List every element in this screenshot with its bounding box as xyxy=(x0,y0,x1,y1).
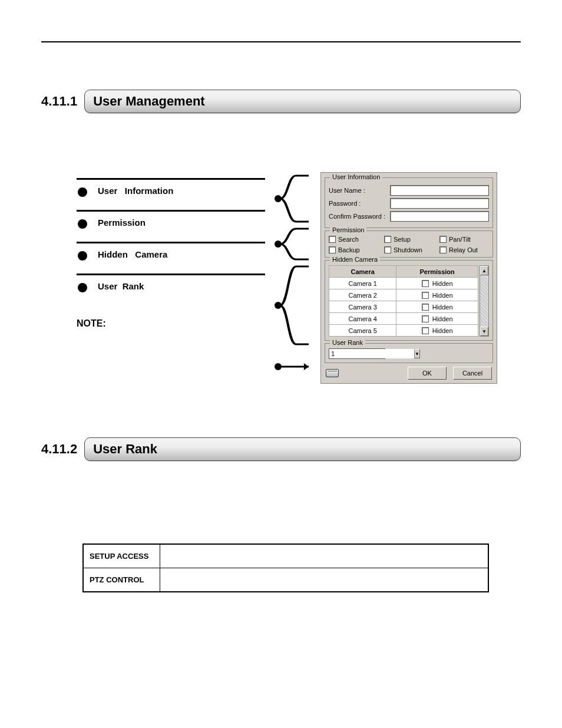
feature-label: User Rank xyxy=(98,281,144,291)
table-row: PTZ CONTROL xyxy=(83,568,488,592)
bullet-icon xyxy=(275,302,282,309)
cancel-button[interactable]: Cancel xyxy=(453,367,492,380)
checkbox-label: Pan/Tilt xyxy=(449,236,471,243)
ok-button[interactable]: OK xyxy=(408,367,447,380)
checkbox-icon xyxy=(439,246,447,253)
user-rank-select[interactable]: ▼ xyxy=(329,348,385,359)
camera-name: Camera 1 xyxy=(329,278,396,289)
section-title: User Management xyxy=(84,90,521,113)
checkbox-label: Shutdown xyxy=(394,246,422,253)
section-title: User Rank xyxy=(84,437,521,461)
scroll-down-icon[interactable]: ▼ xyxy=(480,327,488,336)
hidden-label: Hidden xyxy=(432,280,453,287)
confirm-password-field[interactable] xyxy=(390,211,489,222)
feature-label: Permission xyxy=(98,218,146,228)
row-value xyxy=(160,544,488,568)
bullet-icon xyxy=(78,251,87,261)
checkbox-relayout[interactable]: Relay Out xyxy=(439,246,489,253)
feature-permission: Permission xyxy=(77,210,265,242)
row-value xyxy=(160,568,488,592)
group-permission: Permission Search Setup Pan/Tilt Backup … xyxy=(325,230,493,258)
brace-user-rank xyxy=(277,349,309,384)
row-label-setup-access: SETUP ACCESS xyxy=(83,544,160,568)
table-row: Camera 3 Hidden xyxy=(329,301,478,313)
group-title: Hidden Camera xyxy=(330,256,380,263)
hidden-checkbox[interactable] xyxy=(422,304,429,311)
checkbox-label: Backup xyxy=(338,246,360,253)
row-label-ptz-control: PTZ CONTROL xyxy=(83,568,160,592)
col-camera: Camera xyxy=(329,266,396,278)
username-field[interactable] xyxy=(390,185,489,196)
group-title: User Rank xyxy=(330,339,365,346)
user-rank-value[interactable] xyxy=(329,349,414,358)
group-user-information: User Information User Name : Password : … xyxy=(325,177,493,228)
scroll-track[interactable] xyxy=(480,275,488,327)
hidden-label: Hidden xyxy=(432,315,453,322)
feature-label: Hidden Camera xyxy=(98,249,167,259)
group-user-rank: User Rank ▼ xyxy=(325,343,493,363)
label-password: Password : xyxy=(329,200,386,207)
checkbox-setup[interactable]: Setup xyxy=(384,236,434,243)
hidden-label: Hidden xyxy=(432,304,453,311)
checkbox-icon xyxy=(329,236,336,243)
camera-name: Camera 5 xyxy=(329,325,396,337)
note-label: NOTE: xyxy=(77,318,265,329)
table-row: Camera 4 Hidden xyxy=(329,313,478,325)
hidden-camera-table: Camera Permission Camera 1 Hidden Camera… xyxy=(329,265,478,337)
connector-braces xyxy=(277,172,309,384)
group-title: Permission xyxy=(330,226,366,233)
header-rule xyxy=(41,41,521,42)
checkbox-pantilt[interactable]: Pan/Tilt xyxy=(439,236,489,243)
section-number: 4.11.1 xyxy=(41,94,77,109)
scroll-up-icon[interactable]: ▲ xyxy=(480,266,488,275)
hidden-label: Hidden xyxy=(432,327,453,334)
camera-name: Camera 3 xyxy=(329,301,396,313)
table-row: Camera 5 Hidden xyxy=(329,325,478,337)
bullet-icon xyxy=(78,283,87,292)
bullet-icon xyxy=(275,195,282,202)
user-management-dialog: User Information User Name : Password : … xyxy=(320,172,497,384)
table-scrollbar[interactable]: ▲ ▼ xyxy=(480,265,489,337)
brace-permission xyxy=(277,226,309,262)
user-rank-table: SETUP ACCESS PTZ CONTROL xyxy=(82,543,489,592)
checkbox-backup[interactable]: Backup xyxy=(329,246,378,253)
label-username: User Name : xyxy=(329,187,386,194)
keyboard-icon[interactable] xyxy=(326,369,339,377)
table-row: Camera 1 Hidden xyxy=(329,278,478,289)
checkbox-label: Relay Out xyxy=(449,246,478,253)
camera-name: Camera 4 xyxy=(329,313,396,325)
bullet-icon xyxy=(275,363,282,370)
password-field[interactable] xyxy=(390,198,489,209)
feature-hidden-camera: Hidden Camera xyxy=(77,242,265,274)
hidden-checkbox[interactable] xyxy=(422,280,429,287)
section-heading-4-11-2: 4.11.2 User Rank xyxy=(41,437,521,461)
hidden-label: Hidden xyxy=(432,292,453,299)
checkbox-search[interactable]: Search xyxy=(329,236,378,243)
hidden-checkbox[interactable] xyxy=(422,315,429,322)
checkbox-shutdown[interactable]: Shutdown xyxy=(384,246,434,253)
section-heading-4-11-1: 4.11.1 User Management xyxy=(41,90,521,113)
table-row: Camera 2 Hidden xyxy=(329,289,478,301)
table-row: SETUP ACCESS xyxy=(83,544,488,568)
bullet-icon xyxy=(78,219,87,229)
checkbox-icon xyxy=(384,246,391,253)
camera-name: Camera 2 xyxy=(329,289,396,301)
brace-user-info xyxy=(277,173,309,224)
group-title: User Information xyxy=(330,173,382,180)
hidden-checkbox[interactable] xyxy=(422,292,429,299)
checkbox-icon xyxy=(329,246,336,253)
feature-user-rank: User Rank xyxy=(77,274,265,305)
brace-hidden-camera xyxy=(277,264,309,347)
hidden-checkbox[interactable] xyxy=(422,327,429,334)
chevron-down-icon[interactable]: ▼ xyxy=(414,349,420,358)
section-number: 4.11.2 xyxy=(41,442,77,457)
col-permission: Permission xyxy=(396,266,478,278)
feature-list: User Information Permission Hidden Camer… xyxy=(77,172,265,329)
checkbox-icon xyxy=(384,236,391,243)
checkbox-label: Setup xyxy=(394,236,411,243)
feature-user-information: User Information xyxy=(77,178,265,210)
group-hidden-camera: Hidden Camera Camera Permission Camera 1… xyxy=(325,260,493,341)
bullet-icon xyxy=(78,187,87,197)
feature-label: User Information xyxy=(98,186,173,196)
checkbox-icon xyxy=(439,236,447,243)
